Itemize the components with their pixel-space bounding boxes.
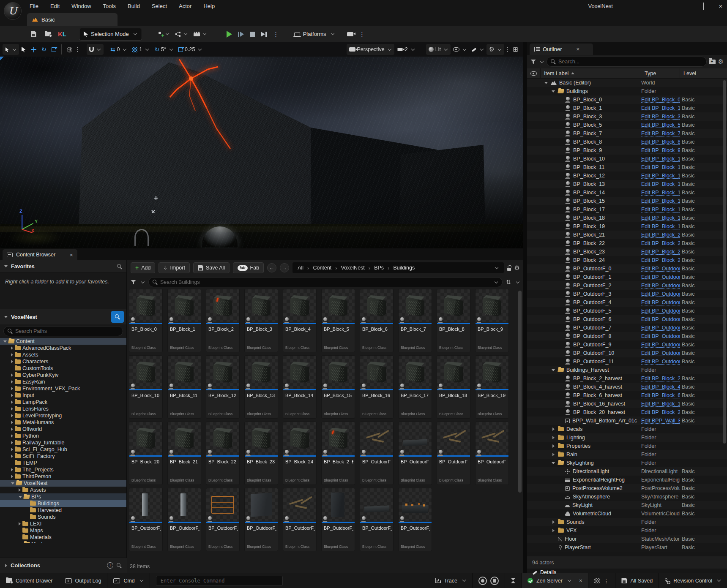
outliner-type-cell[interactable]: Edit BP_Block_10 [641, 156, 680, 162]
edit-blueprint-link[interactable]: Edit BP_Block_24 [641, 257, 680, 263]
frame-skip-button[interactable] [238, 31, 244, 37]
panel-splitter[interactable] [523, 42, 527, 573]
asset-tile-bp_outdoorf_11[interactable]: BP_OutdoorF_11Blueprint Class [398, 488, 432, 551]
tree-arrow-icon[interactable] [11, 455, 13, 458]
row-arrow-icon[interactable] [551, 462, 555, 464]
outliner-type-cell[interactable]: Edit BP_OutdoorF_3 [641, 291, 680, 297]
outliner-type-cell[interactable]: Edit BP_OutdoorF_0 [641, 266, 680, 272]
rotation-snap-dropdown[interactable]: ↻5° [152, 44, 176, 55]
tree-arrow-icon[interactable] [19, 543, 22, 544]
tree-arrow-icon[interactable] [11, 400, 13, 404]
chevron-down-icon[interactable] [141, 280, 145, 283]
capture-tool-button[interactable] [344, 28, 356, 41]
edit-blueprint-link[interactable]: Edit BP_Block_9 [641, 147, 680, 153]
item-label-column-header[interactable]: Item Label [541, 68, 641, 78]
edit-blueprint-link[interactable]: Edit BP_Block_2_harvest [641, 376, 680, 381]
asset-tile-bp_block_16[interactable]: BP_Block_16Blueprint Class [360, 355, 394, 419]
asset-tile-bp_outdoorf_0[interactable]: BP_OutdoorF_0Blueprint Class [360, 422, 394, 485]
row-arrow-icon[interactable] [551, 520, 555, 524]
outliner-row-bp_block_22[interactable]: BP_Block_22Edit BP_Block_22Basic [527, 239, 727, 248]
tree-arrow-icon[interactable] [11, 407, 13, 411]
breadcrumb[interactable]: All›Content›VoxelNest›BPs›Buildings [292, 262, 503, 273]
outliner-type-cell[interactable]: Edit BP_OutdoorF_8 [641, 333, 680, 339]
outliner-type-cell[interactable]: Edit BP_Block_8 [641, 139, 680, 145]
content-browser-settings-gear-icon[interactable]: ⚙ [514, 265, 520, 271]
tree-arrow-icon[interactable] [3, 340, 7, 343]
tab-content-browser[interactable]: Content Browser × [3, 249, 77, 260]
outliner-row-floor[interactable]: FloorStaticMeshActorBasic [527, 535, 727, 543]
outliner-row-bp_block_21[interactable]: BP_Block_21Edit BP_Block_21Basic [527, 231, 727, 239]
tree-arrow-icon[interactable] [19, 496, 22, 498]
outliner-search-input[interactable] [558, 59, 702, 65]
create-folder-icon[interactable] [709, 60, 716, 64]
outliner-type-cell[interactable]: Edit BP_Block_19 [641, 223, 680, 229]
save-button[interactable] [26, 28, 41, 41]
tree-item-metahumans[interactable]: MetaHumans [0, 419, 126, 426]
outliner-type-cell[interactable]: Edit BP_Block_0 [641, 97, 680, 103]
tree-item-materials[interactable]: Materials [0, 534, 126, 541]
outliner-type-cell[interactable]: Edit BP_OutdoorF_4 [641, 299, 680, 305]
outliner-type-cell[interactable]: Edit BP_OutdoorF_10 [641, 350, 680, 356]
outliner-row-bp_block_1[interactable]: BP_Block_1Edit BP_Block_1Basic [527, 104, 727, 112]
show-flags-dropdown[interactable] [451, 44, 469, 55]
tree-item-offworld[interactable]: Offworld [0, 426, 126, 433]
tree-item-meshes[interactable]: Meshes [0, 541, 126, 543]
outliner-type-cell[interactable]: Edit BP_OutdoorF_5 [641, 308, 680, 314]
tree-arrow-icon[interactable] [11, 380, 13, 384]
outliner-type-cell[interactable]: Edit BP_Block_5 [641, 122, 680, 128]
outliner-type-cell[interactable]: Edit BPP_Wall_Bottom_Arr_01c [641, 418, 680, 424]
close-icon[interactable]: × [70, 252, 73, 258]
breadcrumb-item-all[interactable]: All [298, 265, 303, 271]
tree-arrow-icon[interactable] [11, 360, 13, 363]
outliner-row-properties[interactable]: PropertiesFolder [527, 442, 727, 450]
asset-tile-bp_outdoorf_10[interactable]: BP_OutdoorF_10Blueprint Class [360, 488, 394, 551]
viewport-tool-dropdown[interactable] [3, 44, 19, 55]
edit-blueprint-link[interactable]: Edit BP_Block_18 [641, 215, 680, 221]
angle-snap-dropdown[interactable]: ⇄0 [108, 44, 130, 55]
filter-icon[interactable] [131, 280, 136, 285]
outliner-row-bp_outdoorf_3[interactable]: BP_OutdoorF_3Edit BP_OutdoorF_3Basic [527, 290, 727, 298]
asset-tile-bp_block_24[interactable]: BP_Block_24Blueprint Class [283, 422, 317, 485]
maximize-button[interactable] [701, 3, 707, 9]
asset-tile-bp_block_2[interactable]: BP_Block_2Blueprint Class [206, 289, 240, 352]
edit-blueprint-link[interactable]: Edit BP_OutdoorF_9 [641, 342, 680, 348]
background-tasks-button[interactable] [505, 573, 522, 588]
sort-view-options-icon[interactable]: ⇅ [506, 279, 511, 286]
outliner-row-bp_block_20_harvest[interactable]: BP_Block_20_harvestEdit BP_Block_20_harv… [527, 408, 727, 416]
tree-arrow-icon[interactable] [11, 434, 13, 438]
outliner-row-bp_block_15[interactable]: BP_Block_15Edit BP_Block_15Basic [527, 197, 727, 205]
asset-grid-scrollbar[interactable] [518, 291, 522, 493]
outliner-row-bp_block_6_harvest[interactable]: BP_Block_6_harvestEdit BP_Block_6_harves… [527, 391, 727, 400]
edit-blueprint-link[interactable]: Edit BP_Block_12 [641, 173, 680, 179]
world-local-toggle[interactable] [64, 44, 75, 55]
save-all-button[interactable]: Save All [193, 262, 230, 273]
viewport[interactable]: ↻ ⋮ ⇄0 1 ↻5° 0.25 Perspective 2 Lit ⚙ ⋮ … [0, 42, 523, 248]
tree-arrow-icon[interactable] [11, 353, 13, 357]
tree-item-temp[interactable]: TEMP [0, 460, 126, 466]
edit-blueprint-link[interactable]: Edit BPP_Wall_Bottom_Arr_01c [641, 418, 680, 424]
edit-blueprint-link[interactable]: Edit BP_Block_6_harvest [641, 392, 680, 398]
asset-tile-bp_block_10[interactable]: BP_Block_10Blueprint Class [129, 355, 163, 419]
outliner-row-bp_outdoorf_10[interactable]: BP_OutdoorF_10Edit BP_OutdoorF_10Basic [527, 349, 727, 357]
outliner-row-skylighting[interactable]: SkyLightingFolder [527, 459, 727, 467]
tree-arrow-icon[interactable] [19, 522, 21, 525]
row-arrow-icon[interactable] [551, 444, 555, 448]
fab-button[interactable]: fabFab [233, 262, 264, 273]
asset-tile-bp_block_20[interactable]: BP_Block_20Blueprint Class [129, 422, 163, 485]
tree-item-easyrain[interactable]: EasyRain [0, 378, 126, 385]
derived-data-button[interactable]: ⋮ [588, 573, 615, 588]
search-icon[interactable] [117, 563, 122, 568]
edit-blueprint-link[interactable]: Edit BP_Block_19 [641, 223, 680, 229]
edit-blueprint-link[interactable]: Edit BP_Block_13 [641, 181, 680, 187]
outliner-row-bp_outdoorf_5[interactable]: BP_OutdoorF_5Edit BP_OutdoorF_5Basic [527, 307, 727, 315]
row-arrow-icon[interactable] [551, 529, 555, 532]
move-tool-button[interactable] [28, 44, 39, 55]
asset-tile-bp_block_1[interactable]: BP_Block_1Blueprint Class [167, 289, 201, 352]
asset-tile-bp_block_0[interactable]: BP_Block_0Blueprint Class [129, 289, 163, 352]
asset-tile-bp_block_8[interactable]: BP_Block_8Blueprint Class [437, 289, 470, 352]
outliner-row-bp_block_14[interactable]: BP_Block_14Edit BP_Block_14Basic [527, 188, 727, 197]
tree-arrow-icon[interactable] [11, 394, 13, 397]
console-command-input[interactable] [156, 576, 283, 586]
unreal-logo[interactable]: U [4, 2, 22, 20]
outliner-row-lighting[interactable]: LightingFolder [527, 433, 727, 442]
